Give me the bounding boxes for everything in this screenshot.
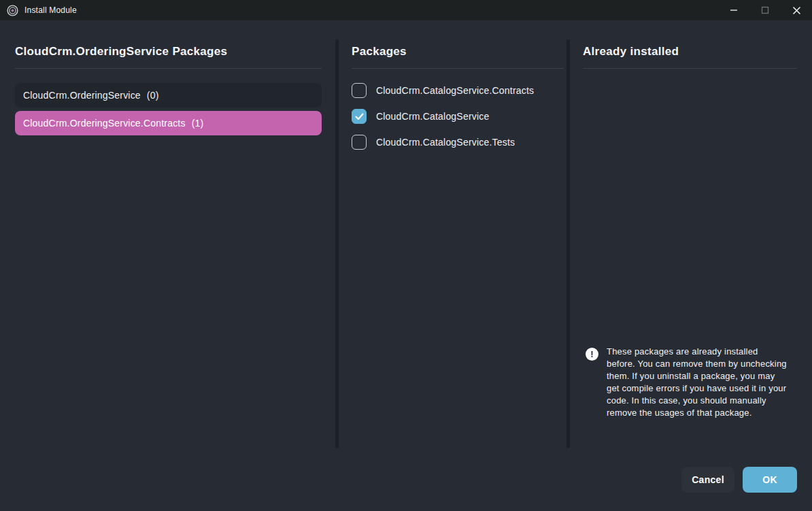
project-count: (1): [192, 118, 204, 129]
project-label: CloudCrm.OrderingService: [23, 90, 141, 101]
app-logo-icon: [7, 5, 18, 16]
column-divider-left: [335, 39, 339, 448]
minimize-button[interactable]: [718, 0, 749, 20]
checkbox-catalogservice-contracts[interactable]: [352, 83, 367, 98]
installed-header-divider: [583, 68, 797, 69]
titlebar: Install Module: [0, 0, 812, 20]
list-item-orderingservice[interactable]: CloudCrm.OrderingService (0): [15, 83, 322, 108]
package-label: CloudCrm.CatalogService: [376, 111, 489, 122]
window-title: Install Module: [24, 5, 77, 15]
close-button[interactable]: [781, 0, 812, 20]
package-label: CloudCrm.CatalogService.Contracts: [376, 85, 534, 96]
package-row-catalogservice-tests[interactable]: CloudCrm.CatalogService.Tests: [352, 134, 515, 150]
left-header-divider: [15, 68, 322, 69]
project-count: (0): [147, 90, 159, 101]
packages-column-header: Packages: [352, 45, 407, 59]
left-column-header: CloudCrm.OrderingService Packages: [15, 45, 227, 59]
project-label: CloudCrm.OrderingService.Contracts: [23, 118, 186, 129]
window-controls: [718, 0, 812, 20]
installed-info-text: These packages are already installed bef…: [607, 346, 789, 419]
check-icon: [355, 113, 364, 120]
checkbox-catalogservice-tests[interactable]: [352, 135, 367, 150]
already-installed-info: ! These packages are already installed b…: [586, 346, 790, 419]
cancel-button[interactable]: Cancel: [681, 467, 734, 493]
installed-column-header: Already installed: [583, 45, 679, 59]
list-item-orderingservice-contracts[interactable]: CloudCrm.OrderingService.Contracts (1): [15, 111, 322, 135]
packages-header-divider: [352, 68, 564, 69]
package-label: CloudCrm.CatalogService.Tests: [376, 137, 515, 148]
maximize-button[interactable]: [749, 0, 781, 20]
package-row-catalogservice[interactable]: CloudCrm.CatalogService: [352, 108, 489, 125]
dialog-content: CloudCrm.OrderingService Packages CloudC…: [0, 20, 812, 511]
column-divider-right: [566, 39, 570, 448]
checkbox-catalogservice[interactable]: [352, 109, 367, 124]
alert-icon: !: [586, 348, 598, 361]
ok-button[interactable]: OK: [743, 467, 797, 493]
package-row-catalogservice-contracts[interactable]: CloudCrm.CatalogService.Contracts: [352, 82, 534, 99]
